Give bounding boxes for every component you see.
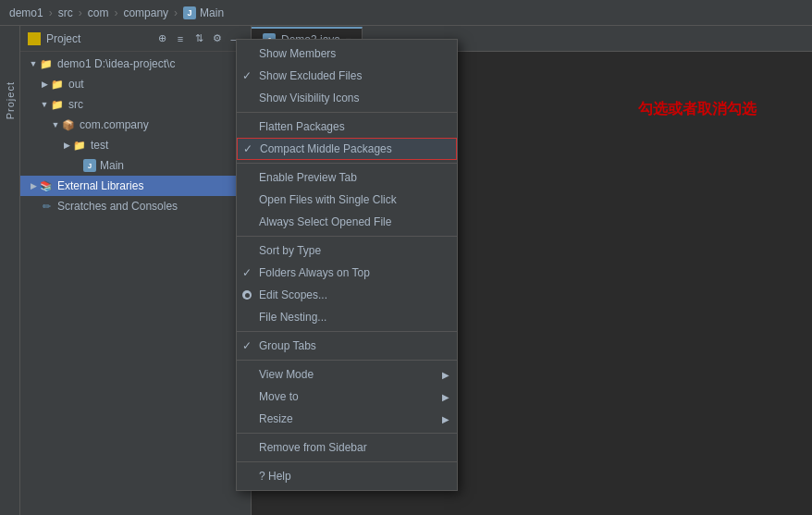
menu-separator-21 [237, 433, 457, 434]
annotation-text: 勾选或者取消勾选 [638, 100, 757, 119]
menu-item-show-visibility-icons[interactable]: Show Visibility Icons [237, 87, 457, 109]
menu-item-label: Sort by Type [259, 244, 321, 257]
menu-item-open-files-with-single-click[interactable]: Open Files with Single Click [237, 189, 457, 211]
menu-item-flatten-packages[interactable]: Flatten Packages [237, 116, 457, 138]
menu-item-label: Show Excluded Files [259, 69, 362, 82]
submenu-arrow-icon: ▶ [442, 392, 449, 402]
package-icon: 📦 [61, 117, 76, 132]
submenu-arrow-icon: ▶ [442, 370, 449, 380]
check-mark: ✓ [243, 142, 252, 155]
breadcrumb-main: J Main [183, 6, 224, 19]
add-icon[interactable]: ⊕ [154, 31, 169, 46]
menu-item-view-mode[interactable]: View Mode▶ [237, 363, 457, 386]
tree-label-scratches: Scratches and Consoles [57, 200, 178, 213]
menu-item-sort-by-type[interactable]: Sort by Type [237, 239, 457, 262]
tree-label-main: Main [100, 159, 124, 172]
sep2: › [79, 6, 82, 19]
menu-item-label: Move to [259, 390, 299, 403]
submenu-arrow-icon: ▶ [442, 414, 449, 424]
panel-header: Project ⊕ ≡ ⇅ ⚙ — [20, 26, 251, 52]
sync-icon[interactable]: ≡ [173, 31, 188, 46]
menu-item-enable-preview-tab[interactable]: Enable Preview Tab [237, 166, 457, 189]
main-java-icon: J [83, 159, 96, 172]
tree-label-ext-libs: External Libraries [57, 179, 143, 192]
arrow-src: ▼ [39, 99, 50, 110]
arrow-out: ▶ [39, 79, 50, 90]
panel-title: Project [46, 32, 149, 45]
menu-item-group-tabs[interactable]: ✓Group Tabs [237, 335, 457, 357]
menu-item-resize[interactable]: Resize▶ [237, 408, 457, 430]
check-mark: ✓ [242, 266, 252, 279]
menu-item-always-select-opened-file[interactable]: Always Select Opened File [237, 211, 457, 233]
tree-item-main[interactable]: J Main [20, 155, 251, 176]
tree-item-external-libs[interactable]: ▶ 📚 External Libraries [20, 176, 251, 196]
menu-item-remove-from-sidebar[interactable]: Remove from Sidebar [237, 436, 457, 459]
tree-label-test: test [91, 139, 108, 152]
menu-item-label: Remove from Sidebar [259, 441, 367, 454]
tree-label-src: src [68, 98, 83, 111]
panel-icons: ⊕ ≡ ⇅ ⚙ — [154, 31, 243, 46]
menu-item-label: Show Visibility Icons [259, 92, 360, 104]
tree-label-out: out [68, 78, 84, 91]
project-folder-icon [28, 32, 41, 45]
breadcrumb-demo1[interactable]: demo1 [9, 6, 43, 19]
menu-item-label: Compact Middle Packages [260, 142, 392, 155]
menu-item-file-nesting[interactable]: File Nesting... [237, 306, 457, 328]
out-folder-icon: 📁 [50, 77, 65, 92]
tree-item-scratches[interactable]: ✏ Scratches and Consoles [20, 196, 251, 216]
arrow-ext-libs: ▶ [28, 180, 39, 191]
menu-item-label: Group Tabs [259, 339, 316, 352]
src-folder-icon: 📁 [50, 97, 65, 112]
menu-item-label: Open Files with Single Click [259, 193, 397, 206]
menu-item-label: File Nesting... [259, 311, 326, 324]
tree-item-out[interactable]: ▶ 📁 out [20, 74, 251, 94]
menu-item-compact-middle-packages[interactable]: ✓Compact Middle Packages [237, 138, 457, 160]
menu-item-label: Edit Scopes... [259, 288, 327, 301]
demo1-folder-icon: 📁 [39, 56, 54, 71]
breadcrumb-com[interactable]: com [88, 6, 109, 19]
menu-separator-6 [237, 163, 457, 164]
arrow-com-company: ▼ [50, 119, 61, 130]
context-menu: Show Members✓Show Excluded FilesShow Vis… [236, 39, 458, 491]
menu-item-folders-always-on-top[interactable]: ✓Folders Always on Top [237, 262, 457, 284]
tree-item-test[interactable]: ▶ 📁 test [20, 135, 251, 155]
menu-item-label: View Mode [259, 368, 314, 381]
menu-item-move-to[interactable]: Move to▶ [237, 386, 457, 408]
menu-separator-17 [237, 360, 457, 361]
arrow-placeholder-main [72, 160, 83, 171]
menu-item-show-members[interactable]: Show Members [237, 43, 457, 65]
side-tab-label: Project [5, 81, 16, 119]
arrow-demo1: ▼ [28, 58, 39, 69]
tree-item-demo1[interactable]: ▼ 📁 demo1 D:\idea-project\c [20, 54, 251, 74]
side-panel-tab[interactable]: Project [0, 26, 20, 515]
menu-item-label: Enable Preview Tab [259, 171, 357, 184]
menu-item-label: ? Help [259, 470, 291, 483]
sep3: › [114, 6, 117, 19]
breadcrumb-main-label: Main [200, 6, 224, 19]
menu-item-show-excluded-files[interactable]: ✓Show Excluded Files [237, 65, 457, 87]
collapse-icon[interactable]: ⇅ [191, 31, 206, 46]
breadcrumb-src[interactable]: src [58, 6, 73, 19]
breadcrumb-company[interactable]: company [123, 6, 168, 19]
tree-item-com-company[interactable]: ▼ 📦 com.company [20, 115, 251, 135]
tree-label-com-company: com.company [80, 118, 149, 131]
java-file-icon: J [183, 6, 196, 19]
gear-icon[interactable]: ⚙ [210, 31, 225, 46]
menu-item-label: Folders Always on Top [259, 266, 370, 279]
radio-dot [242, 290, 252, 300]
title-bar: demo1 › src › com › company › J Main [0, 0, 812, 26]
tree-item-src[interactable]: ▼ 📁 src [20, 94, 251, 115]
menu-item--help[interactable]: ? Help [237, 465, 457, 487]
project-tree: ▼ 📁 demo1 D:\idea-project\c ▶ 📁 out ▼ 📁 … [20, 52, 251, 515]
sep1: › [49, 6, 53, 19]
sep4: › [174, 6, 178, 19]
test-folder-icon: 📁 [72, 138, 87, 153]
tree-label-demo1: demo1 D:\idea-project\c [57, 57, 175, 70]
menu-separator-10 [237, 236, 457, 237]
menu-item-label: Show Members [259, 47, 336, 60]
menu-item-edit-scopes[interactable]: Edit Scopes... [237, 284, 457, 306]
menu-item-label: Flatten Packages [259, 120, 345, 133]
ext-libs-icon: 📚 [39, 178, 54, 193]
project-panel: Project ⊕ ≡ ⇅ ⚙ — ▼ 📁 demo1 D:\idea-proj… [20, 26, 252, 515]
check-mark: ✓ [242, 339, 252, 352]
